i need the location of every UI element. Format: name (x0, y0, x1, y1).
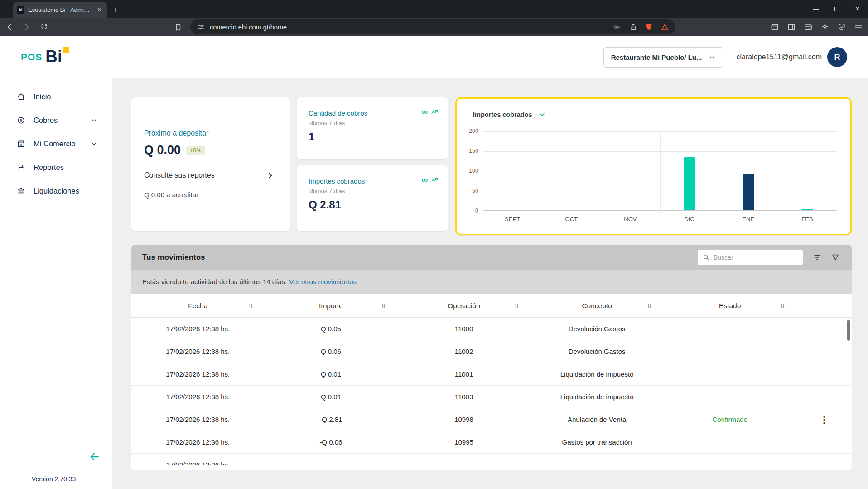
row-menu-button[interactable]: ⋮ (796, 414, 852, 425)
movements-section: Tus movimientos Estás viendo tu activida… (131, 245, 852, 470)
header-cell-operacion[interactable]: Operación (397, 294, 530, 318)
header-cell-importe[interactable]: Importe (265, 294, 398, 318)
minimize-button[interactable]: — (805, 0, 826, 18)
share-icon[interactable] (629, 23, 637, 31)
table-row[interactable]: 17/02/2026 12:38 hs. Q 0.05 11000 Devolu… (131, 318, 852, 340)
sidebar-item-reportes[interactable]: Reportes (0, 155, 112, 179)
table-row[interactable]: 17/02/2026 12:38 hs. Q 0.01 11001 Liquid… (131, 363, 852, 386)
chart-bar[interactable] (743, 174, 754, 210)
leo-ai-icon (820, 23, 829, 32)
consult-reports-label: Consulte sus reportes (144, 171, 215, 179)
cell-fecha: 17/02/2026 12:38 hs. (131, 348, 265, 355)
cell-importe: Q 0.06 (265, 348, 398, 355)
view-other-movements-link[interactable]: Ver otros movimientos (289, 278, 356, 286)
back-button[interactable] (4, 21, 15, 33)
table-row[interactable]: 17/02/2026 12:38 hs. Q 0.01 11003 Liquid… (131, 386, 852, 408)
logo-pos: POS (21, 52, 42, 65)
wallet-button[interactable] (802, 21, 814, 33)
vpn-shield-button[interactable] (836, 21, 848, 33)
cell-concepto: Liquidación de impuesto (530, 370, 664, 378)
x-axis-label: FEB (778, 216, 837, 223)
chart-title: Importes cobrados (473, 111, 532, 118)
table-body: 17/02/2026 12:38 hs. Q 0.05 11000 Devolu… (131, 318, 852, 465)
cell-operacion: 10995 (397, 438, 530, 446)
y-axis-label: 50 (472, 188, 478, 194)
new-tab-button[interactable]: + (107, 2, 124, 18)
table-row[interactable]: 17/02/2026 12:38 hs. Q 0.06 11002 Devolu… (131, 340, 852, 363)
header-cell-estado[interactable]: Estado (663, 294, 796, 318)
table-row[interactable]: 17/02/2026 12:38 hs. -Q 2.81 10998 Anula… (131, 408, 852, 431)
sidebar-item-label: Inicio (34, 92, 51, 101)
tab-close-icon[interactable]: ✕ (95, 5, 104, 14)
bar-chart: 200 150 100 50 0 SEPT OCT NOV DIC ENE (483, 131, 837, 210)
header-cell-concepto[interactable]: Concepto (530, 294, 664, 318)
card-title: Importes cobrados (309, 177, 438, 185)
sidebar-item-cobros[interactable]: Cobros (0, 108, 112, 132)
side-panel-button[interactable] (786, 21, 797, 33)
cell-operacion: 10998 (397, 416, 530, 423)
chevron-down-icon (91, 140, 97, 147)
cell-fecha: 17/02/2026 12:38 hs. (131, 370, 265, 378)
forward-button[interactable] (21, 21, 33, 33)
table-scrollbar[interactable] (847, 320, 850, 341)
cell-operacion: 11003 (397, 393, 530, 401)
consult-reports-link[interactable]: Consulte sus reportes (144, 171, 277, 180)
site-settings-icon[interactable] (197, 23, 205, 31)
brave-shields-icon[interactable] (645, 23, 653, 31)
header-cell-fecha[interactable]: Fecha (131, 294, 265, 318)
version-label: Versión 2.70.33 (32, 475, 76, 483)
address-bar[interactable]: comercio.ebi.com.gt/home (190, 19, 675, 34)
password-key-icon[interactable] (613, 23, 622, 31)
table-row[interactable]: 17/02/2026 12:36 hs. -Q 0.06 10995 Gasto… (131, 431, 852, 454)
funnel-filter-button[interactable] (831, 253, 840, 262)
chevron-right-icon (265, 171, 275, 180)
reload-icon (40, 23, 48, 31)
avatar[interactable]: R (827, 47, 847, 67)
sort-icon[interactable] (381, 303, 386, 309)
x-axis-label: ENE (719, 216, 778, 223)
sidebar-item-label: Reportes (34, 163, 64, 172)
split-screen-button[interactable] (769, 21, 781, 33)
trend-up-icon (431, 176, 439, 184)
cell-operacion: 11002 (397, 348, 530, 355)
url-text[interactable]: comercio.ebi.com.gt/home (210, 24, 287, 31)
filter-list-button[interactable] (813, 253, 822, 262)
close-window-button[interactable]: ✕ (847, 0, 868, 18)
logo-dot (63, 47, 69, 53)
menu-button[interactable] (853, 21, 864, 33)
sidebar-item-liquidaciones[interactable]: Liquidaciones (0, 179, 112, 203)
sort-icon[interactable] (780, 303, 786, 309)
table-row[interactable]: 17/02/2026 12:36 hs. (131, 454, 852, 465)
y-axis-label: 100 (469, 168, 478, 174)
dashboard-content: Próximo a depositar Q 0.00 +0% Consulte … (112, 78, 868, 489)
merchant-selector[interactable]: Restaurante Mi Pueblo/ Lu... (603, 47, 723, 68)
trend-up-icon (431, 108, 439, 116)
sort-icon[interactable] (248, 303, 254, 309)
movements-title: Tus movimientos (142, 253, 205, 262)
cell-fecha: 17/02/2026 12:36 hs. (131, 461, 265, 465)
chevron-down-icon (538, 111, 546, 118)
sidebar-item-inicio[interactable]: Inicio (0, 85, 112, 108)
cell-concepto: Liquidación de impuesto (530, 393, 664, 401)
chart-bar[interactable] (801, 209, 813, 210)
search-input[interactable] (714, 254, 798, 261)
chart-dropdown-button[interactable] (538, 111, 546, 118)
deposit-amount: Q 0.00 (144, 143, 181, 157)
leo-ai-button[interactable] (819, 21, 831, 33)
bookmarks-button[interactable] (172, 21, 184, 33)
sort-icon[interactable] (514, 303, 520, 309)
sidebar-item-label: Cobros (34, 116, 58, 125)
chart-bar[interactable] (684, 157, 695, 210)
sidebar-collapse-button[interactable] (89, 451, 101, 463)
sidebar-item-label: Liquidaciones (34, 187, 79, 195)
chevron-down-icon (709, 54, 715, 61)
browser-tab[interactable]: bi Ecosistema Bi - Administrador ✕ (13, 2, 107, 18)
sidebar-item-mi-comercio[interactable]: Mi Comercio (0, 132, 112, 155)
brave-rewards-icon[interactable] (661, 23, 669, 31)
hamburger-menu-icon (854, 23, 863, 32)
tab-favicon: bi (17, 6, 24, 14)
search-box[interactable] (698, 250, 803, 265)
maximize-button[interactable] (826, 0, 847, 18)
sort-icon[interactable] (646, 303, 652, 309)
reload-button[interactable] (38, 21, 50, 33)
